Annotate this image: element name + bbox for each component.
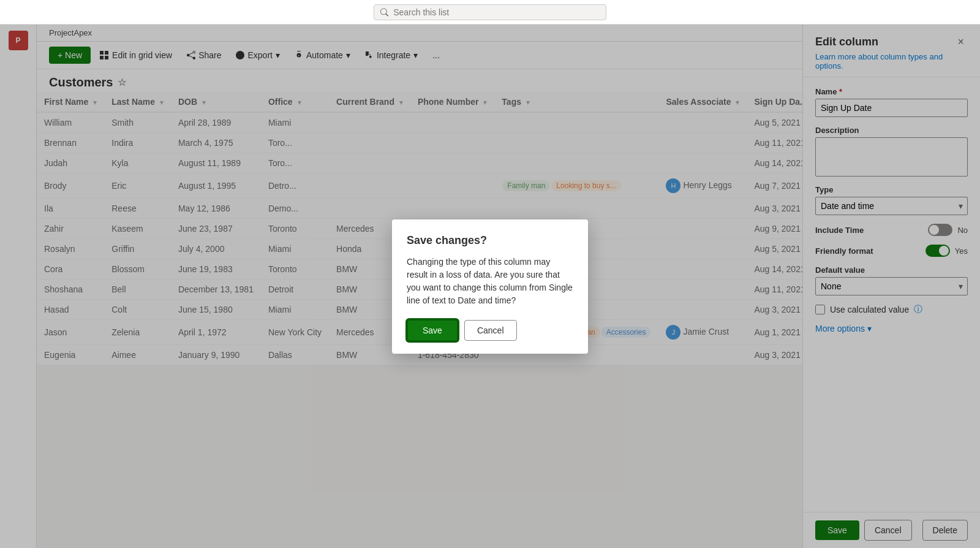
- save-changes-dialog: Save changes? Changing the type of this …: [392, 219, 588, 354]
- search-icon: [380, 8, 388, 17]
- search-input[interactable]: [393, 7, 600, 17]
- modal-overlay: Save changes? Changing the type of this …: [0, 25, 980, 548]
- dialog-title: Save changes?: [407, 234, 573, 247]
- dialog-body: Changing the type of this column may res…: [407, 256, 573, 307]
- top-bar: [0, 0, 980, 25]
- dialog-actions: Save Cancel: [407, 319, 573, 341]
- search-box[interactable]: [374, 4, 606, 20]
- dialog-cancel-button[interactable]: Cancel: [464, 320, 517, 341]
- dialog-save-button[interactable]: Save: [407, 319, 458, 341]
